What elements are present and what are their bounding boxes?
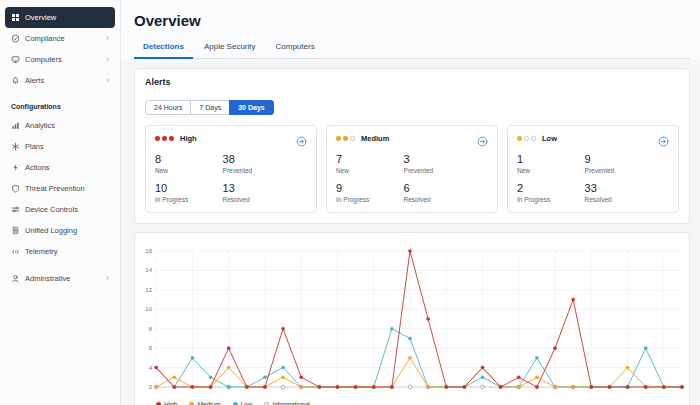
svg-text:10: 10: [145, 306, 152, 312]
stat-in-progress: 10 In Progress: [155, 182, 223, 203]
severity-dots-high: [155, 136, 176, 141]
page-title: Overview: [134, 12, 690, 29]
document-icon: [11, 226, 20, 235]
stat-label: New: [336, 167, 404, 174]
sidebar-item-label: Threat Prevention: [25, 184, 85, 193]
severity-label: Low: [542, 134, 557, 143]
severity-label: Medium: [361, 134, 389, 143]
chart-legend: High Medium Low Informational: [138, 399, 686, 405]
stat-value: 3: [404, 153, 488, 165]
sidebar-item-label: Overview: [25, 13, 56, 22]
sidebar-item-label: Device Controls: [25, 205, 78, 214]
sidebar-item-label: Actions: [25, 163, 50, 172]
sidebar-item-label: Adminstrative: [25, 274, 70, 283]
sidebar-section-configurations: Configurations: [0, 91, 120, 115]
filter-30-days[interactable]: 30 Days: [229, 100, 273, 115]
stat-label: In Progress: [336, 196, 404, 203]
stat-value: 13: [223, 182, 307, 194]
stat-prevented: 9 Prevented: [585, 153, 669, 174]
sidebar-item-telemetry[interactable]: Telemetry: [5, 241, 115, 262]
stat-label: In Progress: [155, 196, 223, 203]
alert-card-medium: Medium 7 New 3 Prevented: [326, 125, 498, 213]
chevron-right-icon: ›: [106, 34, 109, 43]
sidebar-item-label: Alerts: [25, 76, 44, 85]
chevron-right-icon: ›: [106, 55, 109, 64]
bar-chart-icon: [11, 121, 20, 130]
stat-resolved: 33 Resolved: [585, 182, 669, 203]
svg-text:6: 6: [149, 345, 153, 351]
stat-value: 1: [517, 153, 585, 165]
sidebar-item-compliance[interactable]: Compliance ›: [5, 28, 115, 49]
lightning-icon: [11, 163, 20, 172]
stat-value: 2: [517, 182, 585, 194]
stat-label: In Progress: [517, 196, 585, 203]
sidebar-item-actions[interactable]: Actions: [5, 157, 115, 178]
severity-dots-medium: [336, 136, 357, 141]
circle-arrow-icon[interactable]: [658, 133, 669, 144]
tab-detections[interactable]: Detections: [134, 39, 193, 59]
person-icon: [11, 274, 20, 283]
stat-resolved: 13 Resolved: [223, 182, 307, 203]
svg-text:16: 16: [145, 248, 152, 254]
svg-text:4: 4: [149, 365, 153, 371]
svg-text:12: 12: [145, 287, 152, 293]
sidebar-item-threat-prevention[interactable]: Threat Prevention: [5, 178, 115, 199]
legend-item-high: High: [156, 401, 177, 405]
alert-card-high: High 8 New 38 Prevented: [145, 125, 317, 213]
stat-label: Prevented: [585, 167, 669, 174]
svg-text:2: 2: [149, 384, 153, 390]
chevron-right-icon: ›: [106, 76, 109, 85]
grid-icon: [11, 13, 20, 22]
sidebar: Overview Compliance › Computers › Alerts…: [0, 0, 121, 405]
circle-arrow-icon[interactable]: [477, 133, 488, 144]
filter-24-hours[interactable]: 24 Hours: [145, 100, 191, 115]
stat-value: 9: [585, 153, 669, 165]
svg-text:8: 8: [149, 326, 153, 332]
sidebar-item-plans[interactable]: Plans: [5, 136, 115, 157]
severity-dots-low: [517, 136, 538, 141]
sidebar-item-analytics[interactable]: Analytics: [5, 115, 115, 136]
legend-item-low: Low: [233, 401, 253, 405]
page-header: Overview Detections Apple Security Compu…: [121, 0, 700, 59]
tab-computers[interactable]: Computers: [267, 39, 324, 58]
stat-value: 6: [404, 182, 488, 194]
chevron-right-icon: ›: [106, 274, 109, 283]
legend-item-medium: Medium: [189, 401, 220, 405]
stat-in-progress: 2 In Progress: [517, 182, 585, 203]
sidebar-item-label: Computers: [25, 55, 62, 64]
sidebar-item-overview[interactable]: Overview: [5, 7, 115, 28]
alert-summary-cards: High 8 New 38 Prevented: [145, 125, 679, 213]
sidebar-item-label: Analytics: [25, 121, 55, 130]
shield-check-icon: [11, 34, 20, 43]
filter-7-days[interactable]: 7 Days: [190, 100, 230, 115]
sidebar-item-label: Unified Logging: [25, 226, 77, 235]
stat-prevented: 38 Prevented: [223, 153, 307, 174]
sidebar-item-device-controls[interactable]: Device Controls: [5, 199, 115, 220]
sidebar-item-unified-logging[interactable]: Unified Logging: [5, 220, 115, 241]
sidebar-item-alerts[interactable]: Alerts ›: [5, 70, 115, 91]
svg-text:14: 14: [145, 267, 152, 273]
alert-card-low: Low 1 New 9 Prevented: [507, 125, 679, 213]
stat-value: 9: [336, 182, 404, 194]
sidebar-item-administrative[interactable]: Adminstrative ›: [5, 268, 115, 289]
alerts-chart-panel: 246810121416 High Medium Low Information…: [134, 232, 690, 405]
stat-label: New: [517, 167, 585, 174]
stat-label: New: [155, 167, 223, 174]
tab-apple-security[interactable]: Apple Security: [195, 39, 265, 58]
sidebar-item-computers[interactable]: Computers ›: [5, 49, 115, 70]
stat-value: 10: [155, 182, 223, 194]
stat-value: 38: [223, 153, 307, 165]
stat-new: 1 New: [517, 153, 585, 174]
app-window: Overview Compliance › Computers › Alerts…: [0, 0, 700, 405]
sidebar-item-label: Plans: [25, 142, 44, 151]
stat-value: 7: [336, 153, 404, 165]
tab-bar: Detections Apple Security Computers: [134, 39, 690, 59]
bell-icon: [11, 76, 20, 85]
stat-label: Resolved: [404, 196, 488, 203]
time-range-filter: 24 Hours 7 Days 30 Days: [145, 100, 274, 115]
alerts-line-chart: 246810121416: [138, 241, 686, 399]
stat-value: 33: [585, 182, 669, 194]
alerts-panel: Alerts 24 Hours 7 Days 30 Days High: [134, 68, 690, 224]
circle-arrow-icon[interactable]: [296, 133, 307, 144]
asterisk-icon: [11, 142, 20, 151]
